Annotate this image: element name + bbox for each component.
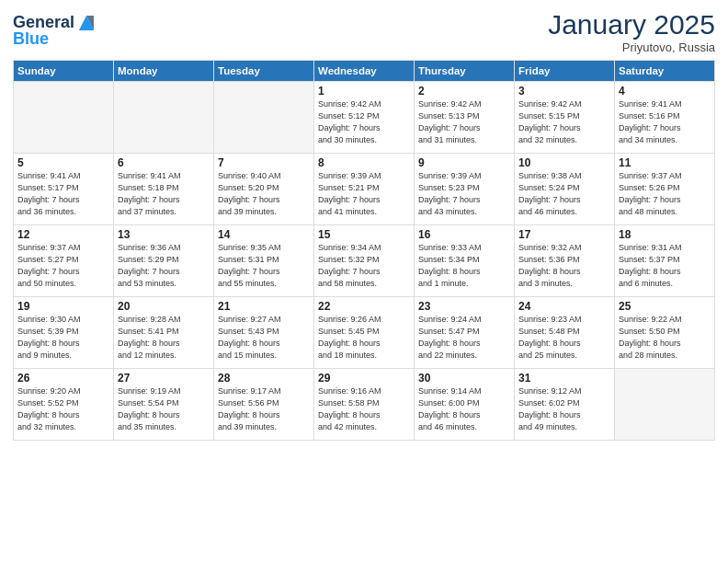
day-info: Sunrise: 9:30 AM Sunset: 5:39 PM Dayligh… [17, 314, 109, 362]
day-info: Sunrise: 9:23 AM Sunset: 5:48 PM Dayligh… [518, 314, 610, 362]
calendar-cell: 2Sunrise: 9:42 AM Sunset: 5:13 PM Daylig… [415, 82, 515, 154]
calendar-cell: 16Sunrise: 9:33 AM Sunset: 5:34 PM Dayli… [415, 225, 515, 297]
day-info: Sunrise: 9:42 AM Sunset: 5:12 PM Dayligh… [318, 98, 410, 146]
day-info: Sunrise: 9:40 AM Sunset: 5:20 PM Dayligh… [218, 170, 310, 218]
week-row-3: 12Sunrise: 9:37 AM Sunset: 5:27 PM Dayli… [14, 225, 715, 297]
day-number: 12 [17, 228, 109, 241]
weekday-tuesday: Tuesday [214, 61, 314, 82]
day-number: 25 [619, 300, 711, 313]
day-number: 22 [318, 300, 410, 313]
calendar-cell: 27Sunrise: 9:19 AM Sunset: 5:54 PM Dayli… [114, 369, 214, 441]
day-number: 11 [619, 156, 711, 169]
calendar-cell: 7Sunrise: 9:40 AM Sunset: 5:20 PM Daylig… [214, 154, 314, 225]
day-number: 3 [518, 85, 610, 98]
calendar-cell: 14Sunrise: 9:35 AM Sunset: 5:31 PM Dayli… [214, 225, 314, 297]
calendar-cell: 21Sunrise: 9:27 AM Sunset: 5:43 PM Dayli… [214, 297, 314, 369]
calendar-cell: 29Sunrise: 9:16 AM Sunset: 5:58 PM Dayli… [314, 369, 415, 441]
day-info: Sunrise: 9:14 AM Sunset: 6:00 PM Dayligh… [418, 385, 510, 433]
calendar-cell: 20Sunrise: 9:28 AM Sunset: 5:41 PM Dayli… [114, 297, 214, 369]
calendar-cell: 1Sunrise: 9:42 AM Sunset: 5:12 PM Daylig… [314, 82, 415, 154]
day-number: 19 [17, 300, 109, 313]
day-info: Sunrise: 9:39 AM Sunset: 5:23 PM Dayligh… [418, 170, 510, 218]
weekday-wednesday: Wednesday [314, 61, 415, 82]
calendar-cell: 26Sunrise: 9:20 AM Sunset: 5:52 PM Dayli… [14, 369, 114, 441]
day-info: Sunrise: 9:39 AM Sunset: 5:21 PM Dayligh… [318, 170, 410, 218]
day-number: 15 [318, 228, 410, 241]
month-year: January 2025 [548, 9, 715, 40]
day-number: 23 [418, 300, 510, 313]
calendar-cell: 18Sunrise: 9:31 AM Sunset: 5:37 PM Dayli… [615, 225, 715, 297]
day-number: 16 [418, 228, 510, 241]
calendar-cell: 8Sunrise: 9:39 AM Sunset: 5:21 PM Daylig… [314, 154, 415, 225]
day-info: Sunrise: 9:16 AM Sunset: 5:58 PM Dayligh… [318, 385, 410, 433]
day-number: 21 [218, 300, 310, 313]
day-number: 28 [218, 372, 310, 385]
day-number: 13 [118, 228, 210, 241]
weekday-saturday: Saturday [615, 61, 715, 82]
day-number: 30 [418, 372, 510, 385]
day-number: 29 [318, 372, 410, 385]
day-info: Sunrise: 9:31 AM Sunset: 5:37 PM Dayligh… [619, 242, 711, 290]
day-info: Sunrise: 9:33 AM Sunset: 5:34 PM Dayligh… [418, 242, 510, 290]
main-container: General Blue January 2025 Priyutovo, Rus… [0, 0, 728, 563]
calendar-cell: 6Sunrise: 9:41 AM Sunset: 5:18 PM Daylig… [114, 154, 214, 225]
calendar-cell: 13Sunrise: 9:36 AM Sunset: 5:29 PM Dayli… [114, 225, 214, 297]
day-number: 10 [518, 156, 610, 169]
calendar-cell: 22Sunrise: 9:26 AM Sunset: 5:45 PM Dayli… [314, 297, 415, 369]
day-info: Sunrise: 9:24 AM Sunset: 5:47 PM Dayligh… [418, 314, 510, 362]
logo: General Blue [13, 13, 97, 49]
calendar-cell: 30Sunrise: 9:14 AM Sunset: 6:00 PM Dayli… [415, 369, 515, 441]
day-number: 27 [118, 372, 210, 385]
day-info: Sunrise: 9:22 AM Sunset: 5:50 PM Dayligh… [619, 314, 711, 362]
day-number: 8 [318, 156, 410, 169]
calendar-cell: 24Sunrise: 9:23 AM Sunset: 5:48 PM Dayli… [515, 297, 615, 369]
day-number: 20 [118, 300, 210, 313]
calendar-cell: 5Sunrise: 9:41 AM Sunset: 5:17 PM Daylig… [14, 154, 114, 225]
day-info: Sunrise: 9:12 AM Sunset: 6:02 PM Dayligh… [518, 385, 610, 433]
calendar-cell: 10Sunrise: 9:38 AM Sunset: 5:24 PM Dayli… [515, 154, 615, 225]
day-info: Sunrise: 9:34 AM Sunset: 5:32 PM Dayligh… [318, 242, 410, 290]
title-block: January 2025 Priyutovo, Russia [548, 9, 715, 54]
calendar-cell: 28Sunrise: 9:17 AM Sunset: 5:56 PM Dayli… [214, 369, 314, 441]
calendar-cell: 3Sunrise: 9:42 AM Sunset: 5:15 PM Daylig… [515, 82, 615, 154]
calendar-cell: 15Sunrise: 9:34 AM Sunset: 5:32 PM Dayli… [314, 225, 415, 297]
location: Priyutovo, Russia [548, 40, 715, 54]
calendar-cell: 17Sunrise: 9:32 AM Sunset: 5:36 PM Dayli… [515, 225, 615, 297]
day-number: 26 [17, 372, 109, 385]
day-info: Sunrise: 9:38 AM Sunset: 5:24 PM Dayligh… [518, 170, 610, 218]
calendar-cell [14, 82, 114, 154]
day-info: Sunrise: 9:41 AM Sunset: 5:17 PM Dayligh… [17, 170, 109, 218]
calendar-cell [114, 82, 214, 154]
calendar-cell: 25Sunrise: 9:22 AM Sunset: 5:50 PM Dayli… [615, 297, 715, 369]
calendar-cell: 19Sunrise: 9:30 AM Sunset: 5:39 PM Dayli… [14, 297, 114, 369]
day-info: Sunrise: 9:42 AM Sunset: 5:15 PM Dayligh… [518, 98, 610, 146]
week-row-1: 1Sunrise: 9:42 AM Sunset: 5:12 PM Daylig… [14, 82, 715, 154]
day-info: Sunrise: 9:37 AM Sunset: 5:27 PM Dayligh… [17, 242, 109, 290]
day-info: Sunrise: 9:17 AM Sunset: 5:56 PM Dayligh… [218, 385, 310, 433]
day-number: 5 [17, 156, 109, 169]
day-number: 7 [218, 156, 310, 169]
calendar-cell: 4Sunrise: 9:41 AM Sunset: 5:16 PM Daylig… [615, 82, 715, 154]
weekday-thursday: Thursday [415, 61, 515, 82]
week-row-5: 26Sunrise: 9:20 AM Sunset: 5:52 PM Dayli… [14, 369, 715, 441]
logo-icon [76, 13, 97, 33]
week-row-2: 5Sunrise: 9:41 AM Sunset: 5:17 PM Daylig… [14, 154, 715, 225]
day-number: 18 [619, 228, 711, 241]
calendar-cell [615, 369, 715, 441]
calendar-cell: 9Sunrise: 9:39 AM Sunset: 5:23 PM Daylig… [415, 154, 515, 225]
day-info: Sunrise: 9:41 AM Sunset: 5:16 PM Dayligh… [619, 98, 711, 146]
calendar-cell: 12Sunrise: 9:37 AM Sunset: 5:27 PM Dayli… [14, 225, 114, 297]
day-info: Sunrise: 9:20 AM Sunset: 5:52 PM Dayligh… [17, 385, 109, 433]
day-number: 6 [118, 156, 210, 169]
day-number: 9 [418, 156, 510, 169]
calendar-cell [214, 82, 314, 154]
day-number: 31 [518, 372, 610, 385]
day-info: Sunrise: 9:26 AM Sunset: 5:45 PM Dayligh… [318, 314, 410, 362]
calendar-cell: 11Sunrise: 9:37 AM Sunset: 5:26 PM Dayli… [615, 154, 715, 225]
header: General Blue January 2025 Priyutovo, Rus… [13, 9, 715, 54]
calendar-cell: 31Sunrise: 9:12 AM Sunset: 6:02 PM Dayli… [515, 369, 615, 441]
day-info: Sunrise: 9:41 AM Sunset: 5:18 PM Dayligh… [118, 170, 210, 218]
day-number: 24 [518, 300, 610, 313]
day-number: 4 [619, 85, 711, 98]
day-info: Sunrise: 9:35 AM Sunset: 5:31 PM Dayligh… [218, 242, 310, 290]
